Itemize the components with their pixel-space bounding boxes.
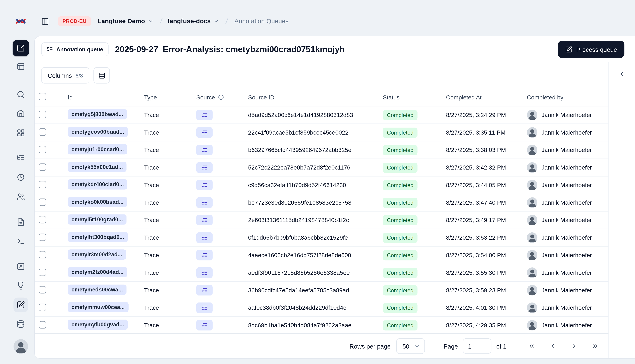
scores-button[interactable] bbox=[14, 215, 28, 230]
trace-tree-icon bbox=[201, 234, 208, 241]
previous-page-button[interactable] bbox=[546, 339, 560, 353]
sidebar-toggle-button[interactable] bbox=[38, 15, 51, 28]
table-row[interactable]: cmetylht300bqad0... Trace 0f1dd65b7bb9bf… bbox=[35, 229, 608, 247]
table-row[interactable]: cmetyg5j800bwad... Trace d5ad9d52a00c6e1… bbox=[35, 106, 608, 124]
row-id-link[interactable]: cmetymeds00cwa... bbox=[68, 284, 126, 294]
table-row[interactable]: cmetyju1r00ccad0... Trace b63297665cfd44… bbox=[35, 142, 608, 159]
first-page-button[interactable] bbox=[524, 339, 538, 353]
row-type: Trace bbox=[144, 270, 159, 276]
user-avatar-icon bbox=[527, 302, 537, 313]
trace-tree-icon bbox=[201, 147, 208, 153]
row-completed-by: Jannik Maierhoefer bbox=[542, 304, 592, 311]
row-checkbox[interactable] bbox=[39, 198, 46, 206]
langfuse-logo-icon[interactable] bbox=[16, 16, 26, 26]
breadcrumb-organization[interactable]: Langfuse Demo bbox=[98, 18, 154, 25]
row-id-link[interactable]: cmetylt3m00d2ad... bbox=[68, 250, 126, 260]
source-chip[interactable] bbox=[196, 268, 213, 278]
list-todo-icon bbox=[47, 46, 53, 52]
row-height-button[interactable] bbox=[94, 67, 110, 84]
playground-button[interactable] bbox=[14, 259, 28, 274]
environment-badge[interactable]: PROD-EU bbox=[58, 16, 91, 26]
annotation-queues-button[interactable] bbox=[14, 298, 28, 312]
table-row[interactable]: cmetym2fz00d4ad... Trace a0df3f901167218… bbox=[35, 264, 608, 282]
breadcrumb-separator: / bbox=[225, 17, 229, 26]
page-number-input[interactable] bbox=[463, 338, 491, 354]
columns-button[interactable]: Columns 8/8 bbox=[41, 67, 89, 84]
table-row[interactable]: cmetymmuw00cea... Trace aaf0c38db0f3f204… bbox=[35, 299, 608, 317]
row-checkbox[interactable] bbox=[39, 111, 46, 118]
source-chip[interactable] bbox=[196, 285, 213, 296]
row-checkbox[interactable] bbox=[39, 181, 46, 188]
queue-type-label: Annotation queue bbox=[56, 46, 103, 52]
users-button[interactable] bbox=[14, 190, 28, 204]
user-menu-avatar[interactable] bbox=[14, 339, 28, 354]
row-checkbox[interactable] bbox=[39, 233, 46, 241]
row-id-link[interactable]: cmetylht300bqad0... bbox=[68, 232, 128, 242]
dashboards-button[interactable] bbox=[14, 126, 28, 140]
row-checkbox[interactable] bbox=[39, 304, 46, 311]
source-chip[interactable] bbox=[196, 110, 213, 120]
sessions-button[interactable] bbox=[14, 170, 28, 185]
evaluation-button[interactable] bbox=[14, 278, 28, 293]
last-page-button[interactable] bbox=[588, 339, 602, 353]
row-id-link[interactable]: cmetyju1r00ccad0... bbox=[68, 144, 128, 154]
rows-per-page-select[interactable]: 50 bbox=[396, 338, 425, 354]
row-id-link[interactable]: cmetykdr400ciad0... bbox=[68, 179, 128, 190]
row-id-link[interactable]: cmetyg5j800bwad... bbox=[68, 109, 127, 120]
table-row[interactable]: cmetykdr400ciad0... Trace c9d56ca32efaff… bbox=[35, 176, 608, 194]
table-row[interactable]: cmetyko0k00bsad... Trace be7723e30d80205… bbox=[35, 194, 608, 212]
row-id-link[interactable]: cmetygeov00buad... bbox=[68, 127, 128, 137]
row-checkbox[interactable] bbox=[39, 286, 46, 294]
source-chip[interactable] bbox=[196, 302, 213, 313]
source-chip[interactable] bbox=[196, 320, 213, 330]
table-row[interactable]: cmetygeov00buad... Trace 22c41f09acae5b1… bbox=[35, 124, 608, 142]
tracing-button[interactable] bbox=[14, 150, 28, 165]
row-checkbox[interactable] bbox=[39, 146, 46, 153]
source-chip[interactable] bbox=[196, 197, 213, 208]
home-button[interactable] bbox=[14, 106, 28, 121]
info-icon[interactable] bbox=[218, 94, 224, 100]
table-toolbar: Columns 8/8 bbox=[35, 62, 608, 88]
process-queue-button[interactable]: Process queue bbox=[558, 41, 624, 58]
breadcrumb-page[interactable]: Annotation Queues bbox=[235, 18, 289, 25]
row-id-link[interactable]: cmetymmuw00cea... bbox=[68, 302, 128, 312]
row-id-link[interactable]: cmetym2fz00d4ad... bbox=[68, 267, 127, 277]
source-chip[interactable] bbox=[196, 180, 213, 190]
next-page-button[interactable] bbox=[567, 339, 581, 353]
row-id-link[interactable]: cmetymyfb00gvad... bbox=[68, 320, 128, 330]
row-checkbox[interactable] bbox=[39, 163, 46, 170]
collapse-panel-button[interactable] bbox=[615, 67, 628, 80]
source-chip[interactable] bbox=[196, 250, 213, 260]
row-id-link[interactable]: cmetyk55x00c1ad... bbox=[68, 162, 126, 172]
table-view-button[interactable] bbox=[14, 59, 28, 74]
select-all-checkbox[interactable] bbox=[39, 93, 46, 100]
search-button[interactable] bbox=[14, 87, 28, 102]
table-row[interactable]: cmetyk55x00c1ad... Trace 52c72c2222ea78e… bbox=[35, 159, 608, 176]
source-chip[interactable] bbox=[196, 162, 213, 173]
breadcrumb-project[interactable]: langfuse-docs bbox=[168, 18, 219, 25]
row-source-id: b63297665cfd4439592649672abb325e bbox=[248, 147, 351, 153]
source-chip[interactable] bbox=[196, 145, 213, 155]
source-chip[interactable] bbox=[196, 127, 213, 138]
row-checkbox[interactable] bbox=[39, 216, 46, 223]
row-id-link[interactable]: cmetyko0k00bsad... bbox=[68, 197, 127, 207]
row-completed-at: 8/27/2025, 3:47:40 PM bbox=[446, 200, 506, 206]
row-checkbox[interactable] bbox=[39, 321, 46, 328]
table-row[interactable]: cmetymyfb00gvad... Trace 8dc69b1ba1e540b… bbox=[35, 317, 608, 334]
row-checkbox[interactable] bbox=[39, 128, 46, 136]
row-completed-at: 8/27/2025, 3:53:22 PM bbox=[446, 234, 506, 241]
row-type: Trace bbox=[144, 200, 159, 206]
prompts-button[interactable] bbox=[14, 234, 28, 249]
chevron-down-icon bbox=[414, 343, 420, 349]
source-chip[interactable] bbox=[196, 232, 213, 243]
open-external-button[interactable] bbox=[13, 40, 29, 56]
datasets-button[interactable] bbox=[14, 317, 28, 332]
row-checkbox[interactable] bbox=[39, 251, 46, 258]
row-checkbox[interactable] bbox=[39, 268, 46, 276]
source-chip[interactable] bbox=[196, 215, 213, 226]
row-status-badge: Completed bbox=[383, 250, 417, 260]
table-row[interactable]: cmetyl5r100grad0... Trace 2e603f31361115… bbox=[35, 212, 608, 229]
row-id-link[interactable]: cmetyl5r100grad0... bbox=[68, 214, 126, 224]
table-row[interactable]: cmetylt3m00d2ad... Trace 4aaece1603cb2e1… bbox=[35, 247, 608, 264]
table-row[interactable]: cmetymeds00cwa... Trace 36b90cdfc47e5da1… bbox=[35, 282, 608, 299]
